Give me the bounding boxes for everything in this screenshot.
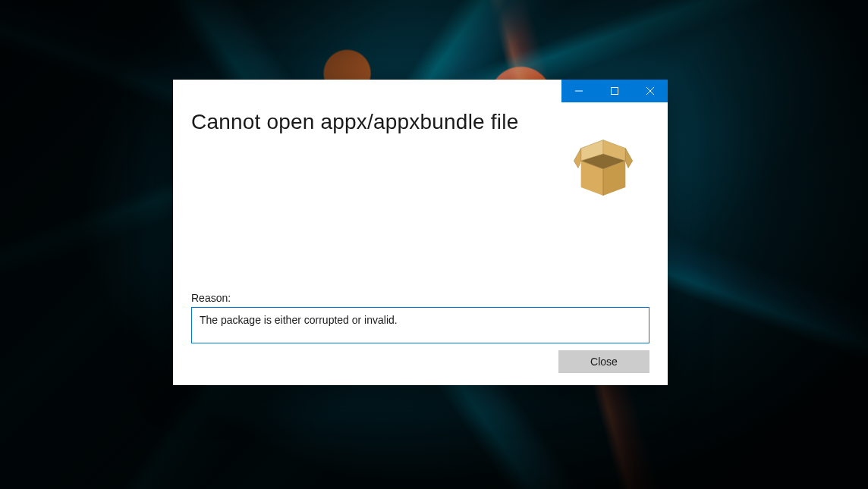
close-icon [646, 87, 654, 95]
dialog-content: Cannot open appx/appxbundle file [191, 110, 649, 373]
reason-text: The package is either corrupted or inval… [200, 314, 398, 326]
svg-marker-3 [574, 149, 581, 168]
minimize-icon [575, 87, 583, 95]
titlebar-controls [561, 80, 668, 102]
minimize-button[interactable] [561, 80, 597, 102]
reason-label: Reason: [191, 292, 231, 304]
package-box-icon [561, 121, 645, 204]
svg-marker-4 [625, 149, 632, 168]
close-window-button[interactable] [632, 80, 668, 102]
maximize-button[interactable] [597, 80, 633, 102]
maximize-icon [611, 87, 618, 95]
svg-rect-0 [612, 88, 618, 95]
error-dialog-window: Cannot open appx/appxbundle file [173, 80, 668, 385]
close-button[interactable]: Close [558, 350, 649, 373]
reason-textbox[interactable]: The package is either corrupted or inval… [191, 307, 649, 343]
